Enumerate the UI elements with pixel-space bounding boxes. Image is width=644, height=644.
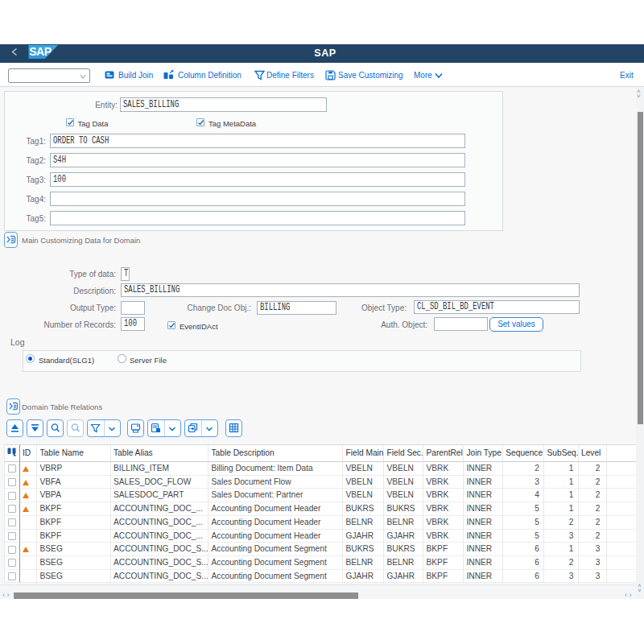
svg-text:SAP: SAP [29,45,51,58]
